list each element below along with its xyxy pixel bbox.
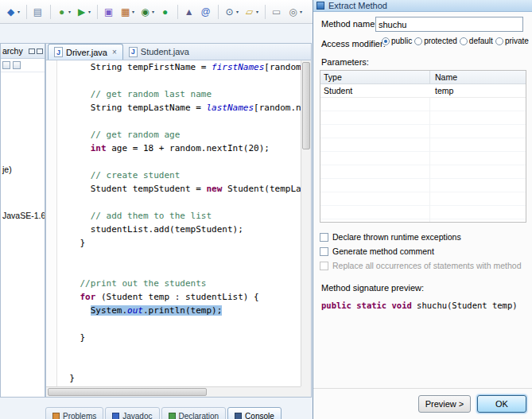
code-line[interactable] <box>59 344 301 358</box>
tree-item[interactable]: JavaSE-1.6] <box>2 211 45 220</box>
editor-gutter[interactable] <box>46 60 57 386</box>
code-line[interactable]: String tempLastName = lastNames[random.n… <box>59 101 301 114</box>
bottom-tab-console[interactable]: Console <box>227 407 282 419</box>
radio-private[interactable]: private <box>495 37 529 45</box>
editor-area: J Driver.java × J Student.java String te… <box>45 43 312 398</box>
code-line[interactable]: int age = 18 + random.nextInt(20); <box>59 142 301 155</box>
tree-item[interactable]: je) <box>2 165 12 174</box>
code-line[interactable]: // get random age <box>59 128 301 142</box>
checkbox-declare-exceptions[interactable]: Declare thrown runtime exceptions <box>320 232 461 242</box>
toolbar-separator <box>265 5 266 19</box>
minimize-icon[interactable] <box>29 48 35 54</box>
dropdown-arrow-icon[interactable]: ▾ <box>68 9 71 14</box>
dropdown-arrow-icon[interactable]: ▾ <box>152 9 154 14</box>
checkbox-generate-comment[interactable]: Generate method comment <box>320 246 434 256</box>
editor-body: String tempFirstName = firstNames[random… <box>46 60 311 397</box>
maximize-icon[interactable] <box>37 48 43 54</box>
bottom-tab-label: Declaration <box>179 412 219 419</box>
bottom-tab-problems[interactable]: Problems <box>45 407 103 419</box>
radio-default[interactable]: default <box>460 37 493 45</box>
radio-label: public <box>391 37 412 45</box>
tab-student-java[interactable]: J Student.java <box>123 44 195 60</box>
code-line[interactable]: //print out the students <box>59 277 301 290</box>
code-line[interactable]: } <box>59 331 301 344</box>
left-view-tree: je) JavaSE-1.6] <box>1 72 45 398</box>
vertical-scrollbar[interactable] <box>301 60 311 386</box>
code-line[interactable]: for (Student temp : studentList) { <box>59 290 301 304</box>
save-button[interactable]: ▤ <box>30 4 45 20</box>
code-line[interactable]: String tempFirstName = firstNames[random… <box>59 60 301 74</box>
new-wizard-icon: ◆ <box>5 4 17 20</box>
dialog-footer-divider <box>313 388 532 389</box>
view-menu-icon[interactable] <box>13 61 21 69</box>
tab-driver-java[interactable]: J Driver.java × <box>48 44 123 60</box>
dropdown-arrow-icon[interactable]: ▾ <box>88 9 91 14</box>
code-line[interactable]: studentList.add(tempStudent); <box>59 223 301 236</box>
code-line[interactable]: } <box>59 371 301 385</box>
code-line[interactable] <box>59 196 301 209</box>
code-line[interactable] <box>59 250 301 263</box>
new-package-icon: ▦ <box>119 4 131 20</box>
ant-build-icon: ▲ <box>183 4 195 20</box>
preview-button[interactable]: Preview > <box>418 395 471 413</box>
dialog-title-bar[interactable]: Extract Method <box>313 0 532 12</box>
code-line[interactable] <box>59 358 301 371</box>
column-header-type[interactable]: Type <box>320 71 430 83</box>
signature-rest: shuchu(Student temp) <box>412 301 518 310</box>
checkbox-icon <box>320 262 328 270</box>
new-java-project-icon: ▣ <box>103 4 115 20</box>
code-line[interactable]: // get random last name <box>59 87 301 101</box>
ok-button[interactable]: OK <box>477 395 526 413</box>
search-button[interactable]: ⊙▾ <box>222 4 240 20</box>
annotations-button[interactable]: ▭ <box>269 4 284 20</box>
vertical-scrollbar-thumb[interactable] <box>302 62 310 149</box>
horizontal-scrollbar[interactable] <box>46 386 301 397</box>
run-button[interactable]: ▶▾ <box>74 4 92 20</box>
new-class-button[interactable]: ◉▾ <box>138 4 156 20</box>
table-row[interactable]: Student temp <box>320 84 526 98</box>
dropdown-arrow-icon[interactable]: ▾ <box>236 9 239 14</box>
code-line[interactable]: // add them to the list <box>59 209 301 223</box>
dropdown-arrow-icon[interactable]: ▾ <box>132 9 134 14</box>
bottom-tab-label: Javadoc <box>122 412 152 419</box>
debug-button[interactable]: ●▾ <box>54 4 72 20</box>
java-file-icon: J <box>54 47 63 57</box>
bottom-tab-javadoc[interactable]: Javadoc <box>105 407 159 419</box>
code-line[interactable] <box>59 74 301 87</box>
code-line[interactable] <box>59 155 301 169</box>
declaration-view-icon <box>169 413 176 419</box>
code-line[interactable]: // create student <box>59 169 301 182</box>
coverage-button[interactable]: ● <box>157 4 173 20</box>
radio-protected[interactable]: protected <box>414 37 457 45</box>
signature-keywords: public static void <box>321 301 412 310</box>
parameters-table[interactable]: Type Name Student temp <box>320 70 526 223</box>
dropdown-arrow-icon[interactable]: ▾ <box>300 9 302 14</box>
code-line[interactable]: } <box>59 236 301 250</box>
code-line[interactable] <box>59 263 301 277</box>
javadoc-button[interactable]: @ <box>198 4 213 20</box>
collapse-all-icon[interactable] <box>2 61 10 69</box>
search-icon: ⊙ <box>223 4 235 20</box>
dropdown-arrow-icon[interactable]: ▾ <box>17 9 20 14</box>
new-wizard-button[interactable]: ◆▾ <box>3 4 21 20</box>
open-folder-button[interactable]: ▱▾ <box>242 4 260 20</box>
new-java-project-button[interactable]: ▣ <box>101 4 116 20</box>
code-line[interactable]: System.out.println(temp); <box>59 304 301 317</box>
left-view-toolbar <box>1 59 45 72</box>
radio-label: protected <box>424 37 457 45</box>
code-line[interactable] <box>59 317 301 331</box>
new-package-button[interactable]: ▦▾ <box>118 4 136 20</box>
close-icon[interactable]: × <box>112 48 117 56</box>
code-line[interactable] <box>59 114 301 128</box>
ant-build-button[interactable]: ▲ <box>181 4 196 20</box>
pin-editor-button[interactable]: ◎▾ <box>285 4 304 20</box>
dropdown-arrow-icon[interactable]: ▾ <box>256 9 258 14</box>
code-line[interactable]: Student tempStudent = new Student(tempLa… <box>59 182 301 196</box>
radio-public[interactable]: public <box>382 37 412 45</box>
method-name-input[interactable] <box>375 17 523 32</box>
bottom-tab-declaration[interactable]: Declaration <box>161 407 227 419</box>
column-header-name[interactable]: Name <box>430 72 457 82</box>
javadoc-icon: @ <box>200 4 212 20</box>
horizontal-scrollbar-thumb[interactable] <box>48 388 207 396</box>
code-area[interactable]: String tempFirstName = firstNames[random… <box>59 60 301 386</box>
